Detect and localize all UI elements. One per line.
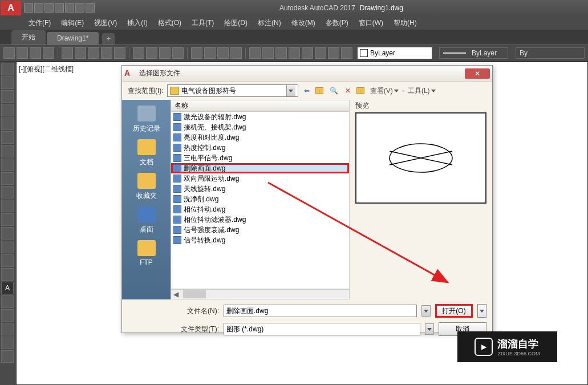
tool-gradient[interactable] (1, 241, 14, 253)
tool-rectangle[interactable] (1, 117, 14, 130)
bylayer-color[interactable]: ByLayer (358, 47, 432, 59)
filename-input[interactable]: 删除画面.dwg (224, 305, 417, 317)
tool-icon[interactable] (43, 47, 54, 59)
file-row[interactable]: 信号转换.dwg (171, 235, 349, 245)
tool-polyline[interactable] (1, 76, 14, 89)
qat-open-icon[interactable] (34, 3, 43, 13)
tool-region[interactable] (1, 200, 14, 212)
qat-new-icon[interactable] (24, 3, 33, 13)
tool-spline[interactable] (1, 159, 14, 171)
new-folder-icon[interactable] (356, 86, 367, 96)
back-icon[interactable]: ⇐ (302, 86, 312, 96)
file-row[interactable]: 信号强度衰减.dwg (171, 225, 349, 235)
tool-icon[interactable] (275, 47, 287, 59)
tool-icon[interactable] (249, 47, 261, 59)
search-web-icon[interactable]: 🔍 (329, 86, 339, 96)
menu-format[interactable]: 格式(O) (158, 18, 181, 28)
tool-hatch[interactable] (1, 145, 14, 157)
tools-menu-button[interactable]: 工具(L) (408, 86, 436, 96)
file-row[interactable]: 天线旋转.dwg (171, 184, 349, 194)
menu-parametric[interactable]: 参数(P) (326, 18, 348, 28)
qat-redo-icon[interactable] (86, 3, 95, 13)
viewport-label[interactable]: [-][俯视][二维线框] (19, 64, 74, 74)
file-row[interactable]: 激光设备的辐射.dwg (171, 112, 349, 122)
tool-icon[interactable] (30, 47, 41, 59)
menu-edit[interactable]: 编辑(E) (61, 18, 84, 28)
tool-icon[interactable] (289, 47, 300, 59)
qat-undo-icon[interactable] (75, 3, 84, 13)
tool-icon[interactable] (114, 47, 125, 59)
tab-drawing1[interactable]: Drawing1* (47, 32, 99, 44)
tool-misc[interactable] (1, 337, 14, 349)
place-ftp[interactable]: FTP (137, 240, 156, 266)
tool-mtext[interactable] (1, 227, 14, 240)
tool-icon[interactable] (75, 47, 86, 59)
tool-point[interactable] (1, 172, 14, 185)
look-in-dropdown[interactable]: 电气设备图形符号 (167, 84, 298, 97)
up-folder-icon[interactable] (315, 86, 326, 96)
tool-block[interactable] (1, 186, 14, 198)
place-desktop[interactable]: 桌面 (137, 206, 156, 234)
tool-icon[interactable] (328, 47, 339, 59)
tool-icon[interactable] (230, 47, 242, 59)
qat-print-icon[interactable] (65, 3, 74, 13)
file-row[interactable]: 相位抖动滤波器.dwg (171, 214, 349, 225)
scroll-thumb[interactable] (183, 290, 206, 298)
tool-misc[interactable] (1, 350, 14, 363)
file-row[interactable]: 洗净剂.dwg (171, 194, 349, 204)
place-favorites[interactable]: 收藏夹 (136, 173, 157, 201)
tool-misc[interactable] (1, 309, 14, 322)
filename-dropdown-arrow[interactable] (421, 305, 431, 317)
tool-boundary[interactable] (1, 254, 14, 267)
file-row[interactable]: 亮度和对比度.dwg (171, 132, 349, 143)
tool-revcloud[interactable] (1, 268, 14, 281)
tool-icon[interactable] (3, 47, 15, 59)
file-row[interactable]: 接机壳、接机架.dwg (171, 122, 349, 132)
menu-file[interactable]: 文件(F) (29, 18, 51, 28)
file-row[interactable]: 相位抖动.dwg (171, 204, 349, 214)
menu-insert[interactable]: 插入(I) (127, 18, 147, 28)
file-row-selected[interactable]: 删除画面.dwg (171, 163, 349, 173)
tool-icon[interactable] (133, 47, 144, 59)
tool-icon[interactable] (302, 47, 313, 59)
tool-icon[interactable] (62, 47, 73, 59)
tool-table[interactable] (1, 213, 14, 226)
menu-modify[interactable]: 修改(M) (291, 18, 315, 28)
menu-draw[interactable]: 绘图(D) (224, 18, 248, 28)
tool-icon[interactable] (341, 47, 352, 59)
tool-icon[interactable] (101, 47, 112, 59)
tool-misc[interactable] (1, 295, 14, 308)
bylayer-linetype[interactable]: ByLayer (439, 47, 508, 59)
tab-start[interactable]: 开始 (11, 30, 46, 44)
tool-arc[interactable] (1, 104, 14, 116)
tool-circle[interactable] (1, 90, 14, 103)
tool-icon[interactable] (17, 47, 28, 59)
file-list-header[interactable]: 名称 (171, 100, 350, 111)
menu-tools[interactable]: 工具(T) (192, 18, 214, 28)
filetype-dropdown[interactable]: 图形 (*.dwg) (224, 323, 420, 335)
menu-view[interactable]: 视图(V) (94, 18, 117, 28)
file-list[interactable]: 激光设备的辐射.dwg 接机壳、接机架.dwg 亮度和对比度.dwg 热度控制.… (171, 111, 350, 289)
tool-ellipse[interactable] (1, 131, 14, 144)
file-row[interactable]: 三电平信号.dwg (171, 153, 349, 163)
menu-window[interactable]: 窗口(W) (359, 18, 383, 28)
file-row[interactable]: 热度控制.dwg (171, 143, 349, 153)
tool-icon[interactable] (146, 47, 157, 59)
tool-icon[interactable] (217, 47, 229, 59)
horizontal-scrollbar[interactable]: ◀ (171, 289, 350, 299)
delete-icon[interactable]: ✕ (343, 86, 353, 96)
open-button[interactable]: 打开(O) (435, 304, 473, 318)
tool-icon[interactable] (191, 47, 202, 59)
tool-icon[interactable] (88, 47, 99, 59)
file-row[interactable]: 双向局限运动.dwg (171, 173, 349, 184)
bylayer-lineweight[interactable]: By (516, 47, 585, 59)
dialog-titlebar[interactable]: A 选择图形文件 ✕ (122, 66, 492, 82)
tool-icon[interactable] (262, 47, 274, 59)
filetype-dropdown-arrow[interactable] (425, 323, 434, 335)
tool-icon[interactable] (315, 47, 326, 59)
tool-misc[interactable] (1, 323, 14, 335)
tool-line[interactable] (1, 63, 14, 75)
tab-add-button[interactable]: + (102, 33, 115, 44)
tool-text[interactable]: A (1, 282, 14, 294)
close-button[interactable]: ✕ (465, 68, 490, 79)
